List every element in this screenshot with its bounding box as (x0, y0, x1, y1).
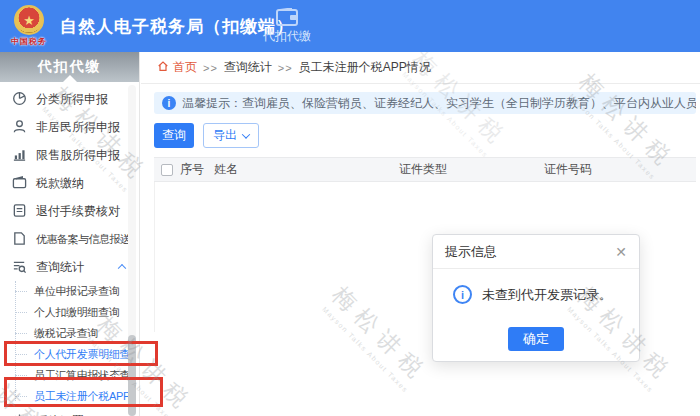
info-icon: i (453, 285, 472, 304)
document-icon (12, 203, 28, 219)
column-header-id-type: 证件类型 (397, 161, 542, 178)
toolbar: 查询 导出 (154, 123, 696, 148)
pie-chart-icon (12, 91, 28, 107)
dialog-message: 未查到代开发票记录。 (482, 286, 612, 304)
sidebar-item-nonresident-income[interactable]: 非居民所得申报 (0, 113, 139, 141)
home-icon (157, 60, 169, 75)
national-emblem-icon: ★ (14, 5, 44, 35)
notice-text: 温馨提示：查询雇员、保险营销员、证券经纪人、实习学生（全日制学历教育）、平台内从… (182, 95, 696, 112)
dialog-footer: 确定 (433, 327, 639, 351)
breadcrumb-separator: >> (278, 62, 293, 74)
scrollbar-thumb[interactable] (128, 335, 136, 416)
select-all-checkbox[interactable] (161, 164, 173, 176)
wallet-icon (276, 8, 298, 26)
breadcrumb-home[interactable]: 首页 (157, 59, 197, 76)
wallet-icon (12, 175, 28, 191)
sidebar-item-system-settings[interactable]: 系统设置 (0, 407, 139, 416)
column-header-id-number: 证件号码 (542, 161, 696, 178)
sidebar-subitem-annual-settlement-status[interactable]: 员工汇算申报状态查询 (0, 365, 128, 386)
sidebar-item-classified-income[interactable]: 分类所得申报 (0, 85, 139, 113)
sidebar-item-query-statistics[interactable]: 查询统计 (0, 253, 139, 281)
sidebar-scrollbar[interactable] (128, 85, 136, 416)
dialog-header: 提示信息 ✕ (433, 235, 639, 269)
dialog-body: i 未查到代开发票记录。 (433, 269, 639, 304)
search-list-icon (12, 259, 28, 275)
app-window: ★ 中国税务 自然人电子税务局（扣缴端） 代扣代缴 代扣代缴 分类所得申报 (0, 0, 700, 416)
prompt-dialog: 提示信息 ✕ i 未查到代开发票记录。 确定 (432, 234, 640, 362)
sidebar-subitem-unregistered-app[interactable]: 员工未注册个税APP情况 (0, 386, 128, 407)
confirm-button[interactable]: 确定 (508, 327, 564, 351)
close-icon[interactable]: ✕ (615, 245, 627, 259)
sidebar-item-tax-payment[interactable]: 税款缴纳 (0, 169, 139, 197)
sidebar-subitem-invoice-issued-detail[interactable]: 个人代开发票明细查询 (0, 344, 128, 365)
breadcrumb-query-statistics[interactable]: 查询统计 (224, 59, 272, 76)
sidebar: 代扣代缴 分类所得申报 非居民所得申报 限售股所得申报 (0, 52, 140, 416)
export-button[interactable]: 导出 (203, 123, 259, 148)
sidebar-subitem-personal-withholding-detail[interactable]: 个人扣缴明细查询 (0, 302, 128, 323)
star-glyph: ★ (23, 14, 35, 27)
query-button[interactable]: 查询 (154, 123, 194, 148)
chevron-down-icon (242, 130, 250, 138)
breadcrumb: 首页 >> 查询统计 >> 员工未注册个税APP情况 (141, 52, 700, 84)
notice-banner: i 温馨提示：查询雇员、保险营销员、证券经纪人、实习学生（全日制学历教育）、平台… (154, 92, 696, 114)
chevron-up-icon (118, 264, 126, 272)
bar-chart-icon (12, 147, 28, 163)
sidebar-item-preferential-filing[interactable]: 优惠备案与信息报送 (0, 225, 139, 253)
query-statistics-submenu: 单位申报记录查询 个人扣缴明细查询 缴税记录查询 个人代开发票明细查询 员工汇算… (0, 281, 139, 407)
tab-notch (63, 75, 77, 82)
sidebar-item-refund-fee-check[interactable]: 退付手续费核对 (0, 197, 139, 225)
info-icon: i (162, 96, 176, 110)
sidebar-subitem-tax-payment-records[interactable]: 缴税记录查询 (0, 323, 128, 344)
tab-withholding[interactable]: 代扣代缴 (248, 0, 326, 52)
tax-bureau-logo: ★ 中国税务 (6, 5, 52, 47)
breadcrumb-separator: >> (203, 62, 218, 74)
sidebar-title: 代扣代缴 (0, 52, 139, 82)
logo-text: 中国税务 (11, 36, 47, 47)
sidebar-menu: 分类所得申报 非居民所得申报 限售股所得申报 税款缴纳 (0, 82, 139, 416)
column-header-name: 姓名 (212, 161, 397, 178)
column-header-index: 序号 (178, 161, 212, 178)
breadcrumb-current-page: 员工未注册个税APP情况 (299, 59, 431, 76)
table-header-row: 序号 姓名 证件类型 证件号码 (154, 157, 696, 182)
sidebar-subitem-unit-declare-records[interactable]: 单位申报记录查询 (0, 281, 128, 302)
sidebar-item-restricted-shares[interactable]: 限售股所得申报 (0, 141, 139, 169)
dialog-title: 提示信息 (445, 243, 497, 261)
file-icon (12, 231, 28, 247)
app-header: ★ 中国税务 自然人电子税务局（扣缴端） 代扣代缴 (0, 0, 700, 52)
person-icon (12, 119, 28, 135)
tab-label: 代扣代缴 (263, 28, 311, 45)
